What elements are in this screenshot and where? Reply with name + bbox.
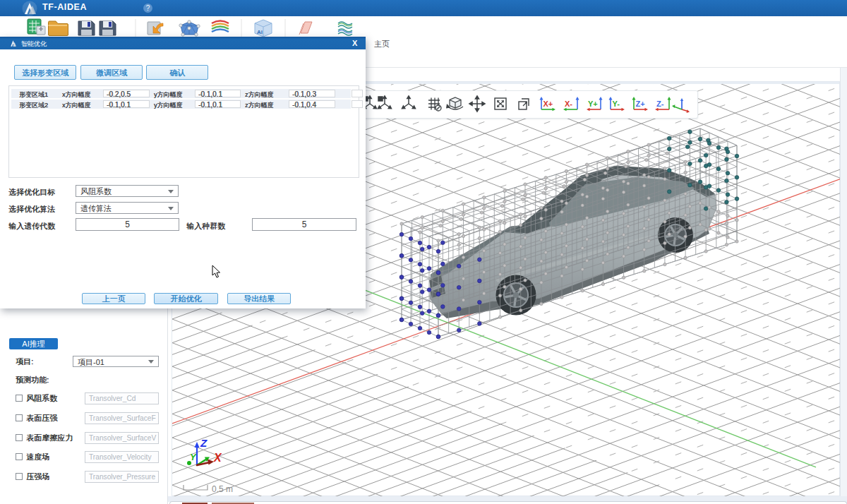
svg-text:0.5 m: 0.5 m — [212, 484, 233, 494]
svg-text:X: X — [213, 452, 222, 464]
svg-text:Z: Z — [200, 437, 208, 449]
svg-text:Y-: Y- — [613, 100, 620, 108]
svg-text:Z+: Z+ — [636, 100, 645, 108]
svg-text:Ai: Ai — [257, 29, 263, 35]
svg-text:Y+: Y+ — [588, 100, 598, 108]
svg-text:Y: Y — [190, 452, 197, 462]
svg-text:X+: X+ — [543, 100, 553, 108]
svg-text:Z-: Z- — [656, 100, 664, 108]
svg-text:X-: X- — [565, 100, 572, 108]
